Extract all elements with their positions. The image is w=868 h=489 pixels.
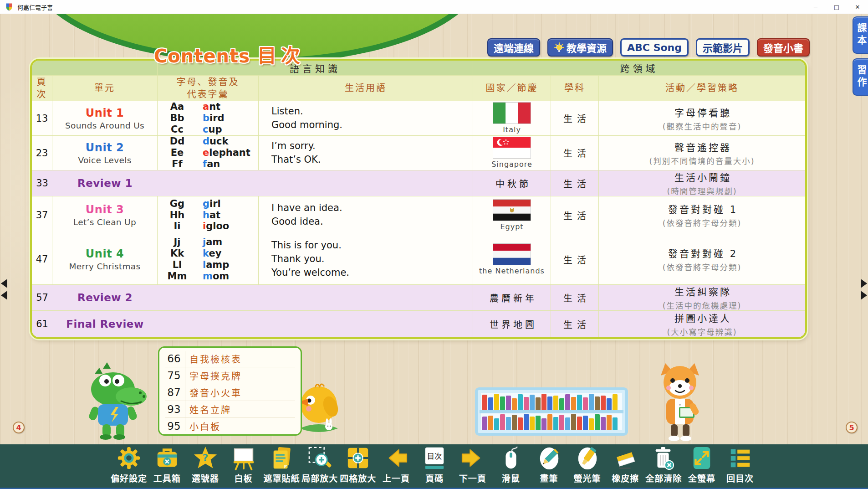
toolbar-label-toolbox: 工具箱 xyxy=(153,472,181,484)
group-header-blank xyxy=(32,61,158,76)
highlighter-icon xyxy=(575,445,600,471)
toolbar-prev-page[interactable]: 上一頁 xyxy=(378,445,415,487)
table-row-33[interactable]: 33Review 1中秋節生活生活小鬧鐘(時間管理與規劃) xyxy=(32,170,805,196)
unit-title: Unit 3 xyxy=(86,203,124,216)
cell-country: Italy xyxy=(473,101,551,136)
activity-title: 生活糾察隊 xyxy=(673,285,731,298)
unit-subtitle: Let’s Clean Up xyxy=(73,217,136,227)
toolbar-eraser[interactable]: 橡皮擦 xyxy=(607,445,644,487)
toolbar-label-page-number: 頁碼 xyxy=(425,472,444,484)
remote-connect-button[interactable]: 遠端連線 xyxy=(487,38,540,57)
maximize-icon[interactable]: □ xyxy=(826,0,847,14)
cell-page: 37 xyxy=(32,196,52,234)
cell-phrases: I have an idea.Good idea. xyxy=(259,196,473,234)
column-header-activity: 活動／學習策略 xyxy=(599,76,805,101)
vocab-word: cup xyxy=(203,124,222,135)
toolbar-label-next-page: 下一頁 xyxy=(459,472,486,484)
flag-italy xyxy=(493,103,531,124)
side-tabs: 課本習作 xyxy=(853,16,868,96)
cell-subject: 生活 xyxy=(551,311,599,337)
column-header-subject: 學科 xyxy=(551,76,599,101)
side-tab-workbook[interactable]: 習作 xyxy=(853,58,868,96)
extras-label: 姓名立牌 xyxy=(189,403,231,416)
toolbar-whiteboard[interactable]: 白板 xyxy=(225,445,262,487)
cell-page: 13 xyxy=(32,101,52,136)
minimize-icon[interactable]: ─ xyxy=(805,0,826,14)
table-group-header-row: 語言知識跨領域 xyxy=(32,61,805,76)
teaching-resources-button[interactable]: 教學資源 xyxy=(547,38,613,57)
festival-label: 農曆新年 xyxy=(487,291,537,304)
activity-note: (生活中的危機處理) xyxy=(663,299,742,311)
teaching-resources-label: 教學資源 xyxy=(567,40,607,55)
activity-title: 字母停看聽 xyxy=(673,105,731,119)
phonics-booklet-button[interactable]: 發音小書 xyxy=(757,38,810,57)
extras-list-item[interactable]: 75字母撲克牌 xyxy=(165,367,295,384)
toolbar-number-picker[interactable]: ?選號器 xyxy=(187,445,224,487)
cell-letters: AaBbCc xyxy=(158,101,197,136)
cell-unit: Unit 3Let’s Clean Up xyxy=(52,196,158,234)
demo-video-button[interactable]: 示範影片 xyxy=(696,38,750,57)
extras-list-item[interactable]: 95小白板 xyxy=(165,418,295,434)
toolbar-quad-zoom[interactable]: 四格放大 xyxy=(339,445,377,487)
page-title-en: Contents xyxy=(154,46,250,67)
page-title: Contents 目次 xyxy=(154,40,305,68)
abc-song-button[interactable]: ABC Song xyxy=(620,38,689,57)
vocab-word: jam xyxy=(203,237,222,248)
toolbar-pen[interactable]: 畫筆 xyxy=(531,445,568,487)
vocab-word: girl xyxy=(203,198,221,210)
letter-pair: Jj xyxy=(174,237,180,248)
toolbar-next-page[interactable]: 下一頁 xyxy=(454,445,491,487)
extras-list-item[interactable]: 87發音小火車 xyxy=(165,384,295,401)
flag-label: Singapore xyxy=(491,160,532,169)
table-row-47[interactable]: 47Unit 4Merry ChristmasJjKkLlMmjamkeylam… xyxy=(32,234,805,285)
cell-subject: 生活 xyxy=(551,101,599,136)
toolbar-toolbox[interactable]: 工具箱 xyxy=(148,445,186,487)
toolbar-back-to-toc[interactable]: 回目次 xyxy=(721,445,759,487)
left-page-number: 4 xyxy=(16,423,21,432)
table-row-37[interactable]: 37Unit 3Let’s Clean UpGgHhIigirlhatigloo… xyxy=(32,196,805,234)
column-header-page: 頁次 xyxy=(32,76,52,101)
unit-title: Unit 2 xyxy=(86,141,124,154)
cell-subject: 生活 xyxy=(551,136,599,170)
extras-list-item[interactable]: 93姓名立牌 xyxy=(165,401,295,418)
table-row-61[interactable]: 61Final Review世界地圖生活拼圖小達人(大小寫字母辨識) xyxy=(32,311,805,337)
toolbar-area-zoom[interactable]: 局部放大 xyxy=(301,445,338,487)
toolbar-mouse[interactable]: 滑鼠 xyxy=(492,445,530,487)
cell-review-title: Review 1 xyxy=(52,170,158,196)
toolbar-fullscreen[interactable]: 全螢幕 xyxy=(683,445,720,487)
vocab-word: key xyxy=(203,248,221,259)
toolbar-mask-sticker[interactable]: 遮罩貼紙 xyxy=(263,445,301,487)
trash-icon xyxy=(651,445,676,471)
page-box-icon: 目次 xyxy=(422,445,447,471)
table-row-23[interactable]: 23Unit 2Voice LevelsDdEeFfduckelephantfa… xyxy=(32,136,805,170)
window-title: 何嘉仁電子書 xyxy=(17,3,53,11)
festival-label: 世界地圖 xyxy=(487,318,537,331)
extras-list-item[interactable]: 66自我檢核表 xyxy=(165,350,295,367)
table-row-57[interactable]: 57Review 2農曆新年生活生活糾察隊(生活中的危機處理) xyxy=(32,285,805,311)
flag-label: Egypt xyxy=(500,222,523,231)
sticky-notes-icon xyxy=(270,445,294,471)
cell-activity: 生活糾察隊(生活中的危機處理) xyxy=(599,285,805,311)
table-row-13[interactable]: 13Unit 1Sounds Around UsAaBbCcantbirdcup… xyxy=(32,101,805,136)
toolbar-highlighter[interactable]: 螢光筆 xyxy=(569,445,606,487)
cell-words: girlhatigloo xyxy=(197,196,259,234)
chevron-left-icon xyxy=(1,291,7,300)
toolbar-label-pen: 畫筆 xyxy=(540,472,558,484)
demo-video-label: 示範影片 xyxy=(703,40,743,55)
prev-spread-arrow[interactable] xyxy=(1,276,7,303)
toolbar-page-number[interactable]: 目次頁碼 xyxy=(416,445,453,487)
cell-subject: 生活 xyxy=(551,285,599,311)
toolbar-clear-all[interactable]: 全部清除 xyxy=(645,445,682,487)
extras-page-number: 66 xyxy=(165,353,183,365)
letter-pair: Aa xyxy=(170,101,184,113)
review-title: Final Review xyxy=(66,318,143,330)
vocab-word: mom xyxy=(203,271,229,282)
flag-singapore xyxy=(493,137,531,158)
toolbar-label-quad-zoom: 四格放大 xyxy=(340,472,376,484)
close-icon[interactable]: ✕ xyxy=(847,0,868,14)
next-spread-arrow[interactable] xyxy=(861,276,867,303)
letter-pair: Cc xyxy=(171,124,184,135)
side-tab-textbook[interactable]: 課本 xyxy=(853,16,868,54)
star-question-icon: ? xyxy=(193,445,218,471)
toolbar-preferences[interactable]: 偏好設定 xyxy=(110,445,148,487)
